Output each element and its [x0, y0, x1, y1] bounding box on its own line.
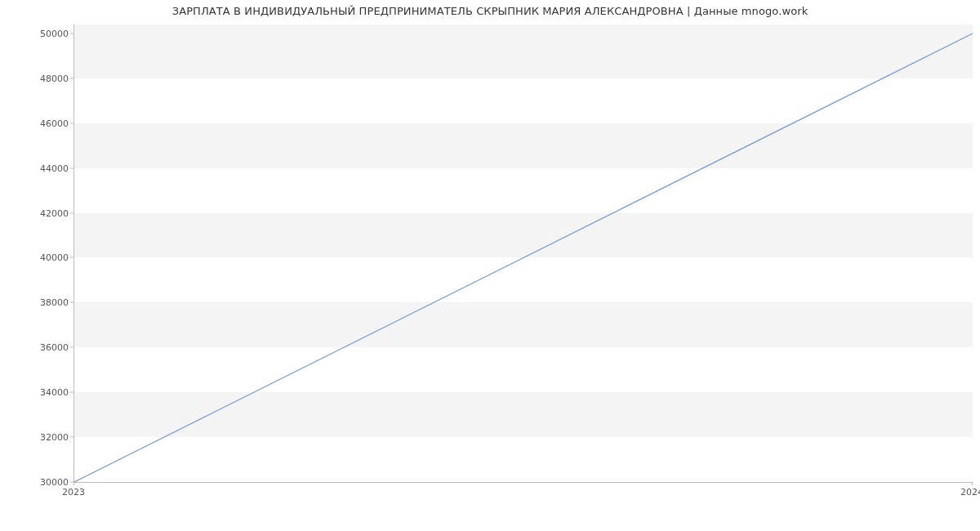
- y-tick-label: 30000: [3, 477, 69, 488]
- y-tick-label: 34000: [3, 387, 69, 398]
- y-tick-label: 32000: [3, 432, 69, 443]
- y-tick-mark: [70, 302, 74, 303]
- y-tick-mark: [70, 212, 74, 213]
- x-tick-mark: [74, 482, 74, 485]
- x-tick-label: 2024: [960, 487, 980, 498]
- y-tick-mark: [70, 167, 74, 168]
- x-tick-label: 2023: [62, 487, 85, 498]
- y-tick-mark: [70, 123, 74, 123]
- y-tick-label: 38000: [3, 297, 69, 308]
- y-tick-mark: [70, 392, 74, 393]
- y-tick-label: 44000: [3, 163, 69, 173]
- plot-area: [74, 25, 973, 483]
- y-tick-label: 48000: [3, 73, 69, 83]
- y-tick-label: 42000: [3, 207, 69, 218]
- y-tick-label: 40000: [3, 252, 69, 263]
- y-tick-mark: [70, 347, 74, 348]
- y-tick-label: 50000: [3, 28, 69, 38]
- y-tick-mark: [70, 437, 74, 438]
- chart-title: ЗАРПЛАТА В ИНДИВИДУАЛЬНЫЙ ПРЕДПРИНИМАТЕЛ…: [0, 5, 980, 17]
- chart-container: ЗАРПЛАТА В ИНДИВИДУАЛЬНЫЙ ПРЕДПРИНИМАТЕЛ…: [0, 0, 980, 531]
- y-tick-label: 36000: [3, 342, 69, 353]
- line-series-svg: [74, 25, 973, 482]
- y-tick-mark: [70, 33, 74, 33]
- series-line: [74, 33, 973, 482]
- y-tick-label: 46000: [3, 118, 69, 128]
- x-tick-mark: [972, 482, 973, 485]
- y-tick-mark: [70, 78, 74, 78]
- y-tick-mark: [70, 257, 74, 258]
